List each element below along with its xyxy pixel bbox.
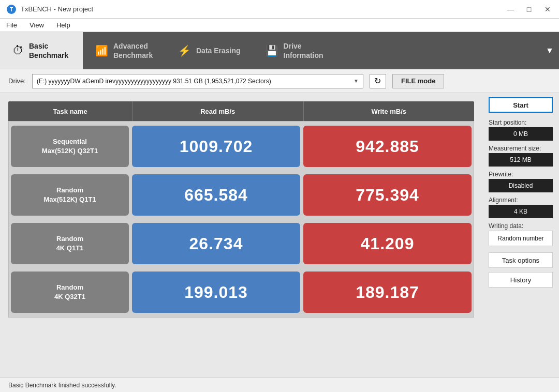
data-erasing-icon: ⚡ — [178, 44, 191, 57]
write-value-3: 189.187 — [303, 272, 472, 313]
tab-basic-benchmark-label: BasicBenchmark — [29, 41, 68, 60]
alignment-value: 4 KB — [489, 205, 553, 218]
drive-refresh-button[interactable]: ↻ — [370, 74, 386, 88]
tab-basic-benchmark[interactable]: ⏱ BasicBenchmark — [0, 32, 83, 69]
tab-drive-information[interactable]: 💾 DriveInformation — [253, 32, 336, 69]
window-title: TxBENCH - New project — [21, 5, 93, 13]
header-write: Write mB/s — [304, 101, 475, 121]
tab-data-erasing-label: Data Erasing — [196, 46, 241, 55]
prewrite-label: Prewrite: — [489, 171, 553, 178]
drive-label: Drive: — [8, 77, 26, 85]
table-row: Random4K Q1T1 26.734 41.209 — [11, 221, 472, 266]
task-options-button[interactable]: Task options — [489, 252, 553, 268]
table-row: SequentialMax(512K) Q32T1 1009.702 942.8… — [11, 124, 472, 169]
menu-help[interactable]: Help — [54, 20, 72, 30]
minimize-button[interactable]: — — [505, 6, 516, 13]
header-read: Read mB/s — [133, 101, 304, 121]
status-text: Basic Benchmark finished successfully. — [8, 382, 116, 389]
svg-text:T: T — [10, 7, 13, 12]
drive-select-value: (E:) yyyyyyyDW aGemD irevyyyyyyyyyyyyyyy… — [37, 78, 271, 85]
alignment-label: Alignment: — [489, 197, 553, 204]
read-value-0: 1009.702 — [132, 126, 300, 167]
basic-benchmark-icon: ⏱ — [12, 44, 24, 57]
tab-data-erasing[interactable]: ⚡ Data Erasing — [166, 32, 253, 69]
benchmark-area: Task name Read mB/s Write mB/s Sequentia… — [0, 93, 482, 378]
drive-information-icon: 💾 — [266, 44, 278, 57]
tab-drive-information-label: DriveInformation — [284, 41, 323, 60]
tab-advanced-benchmark-label: AdvancedBenchmark — [113, 41, 153, 60]
read-value-1: 665.584 — [132, 174, 300, 216]
close-button[interactable]: ✕ — [542, 6, 553, 13]
start-position-value: 0 MB — [489, 127, 553, 141]
menu-file[interactable]: File — [4, 20, 19, 30]
table-header: Task name Read mB/s Write mB/s — [8, 101, 474, 121]
task-name-1: RandomMax(512K) Q1T1 — [11, 174, 129, 216]
tab-advanced-benchmark[interactable]: 📶 AdvancedBenchmark — [83, 32, 166, 69]
task-name-3: Random4K Q32T1 — [11, 272, 129, 313]
file-mode-button[interactable]: FILE mode — [392, 74, 444, 88]
advanced-benchmark-icon: 📶 — [95, 44, 108, 57]
menu-bar: File View Help — [0, 19, 559, 32]
read-value-3: 199.013 — [132, 272, 300, 313]
writing-data-button[interactable]: Random number — [489, 231, 553, 246]
title-bar: T TxBENCH - New project — □ ✕ — [0, 0, 559, 19]
status-bar: Basic Benchmark finished successfully. — [0, 378, 559, 392]
app-icon: T — [6, 4, 17, 14]
refresh-icon: ↻ — [374, 76, 381, 86]
history-button[interactable]: History — [489, 272, 553, 288]
measurement-size-value: 512 MB — [489, 153, 553, 167]
table-body: SequentialMax(512K) Q32T1 1009.702 942.8… — [8, 121, 474, 318]
write-value-1: 775.394 — [303, 174, 472, 216]
drive-select[interactable]: (E:) yyyyyyyDW aGemD irevyyyyyyyyyyyyyyy… — [32, 74, 363, 88]
measurement-size-label: Measurement size: — [489, 145, 553, 152]
sidebar: Start Start position: 0 MB Measurement s… — [482, 93, 559, 378]
writing-data-label: Writing data: — [489, 222, 553, 230]
tab-bar: ⏱ BasicBenchmark 📶 AdvancedBenchmark ⚡ D… — [0, 32, 559, 69]
header-task-name: Task name — [8, 101, 133, 121]
drive-select-arrow: ▼ — [354, 78, 359, 84]
prewrite-value: Disabled — [489, 179, 553, 192]
drive-bar: Drive: (E:) yyyyyyyDW aGemD irevyyyyyyyy… — [0, 69, 559, 93]
task-name-0: SequentialMax(512K) Q32T1 — [11, 126, 129, 167]
start-position-label: Start position: — [489, 119, 553, 126]
task-name-2: Random4K Q1T1 — [11, 223, 129, 264]
table-row: RandomMax(512K) Q1T1 665.584 775.394 — [11, 172, 472, 218]
write-value-0: 942.885 — [303, 126, 472, 167]
write-value-2: 41.209 — [303, 223, 472, 264]
start-button[interactable]: Start — [489, 97, 553, 113]
menu-view[interactable]: View — [27, 20, 46, 30]
table-row: Random4K Q32T1 199.013 189.187 — [11, 269, 472, 315]
maximize-button[interactable]: □ — [524, 6, 534, 13]
tab-dropdown-button[interactable]: ▼ — [540, 32, 559, 69]
main-content: Task name Read mB/s Write mB/s Sequentia… — [0, 93, 559, 378]
read-value-2: 26.734 — [132, 223, 300, 264]
